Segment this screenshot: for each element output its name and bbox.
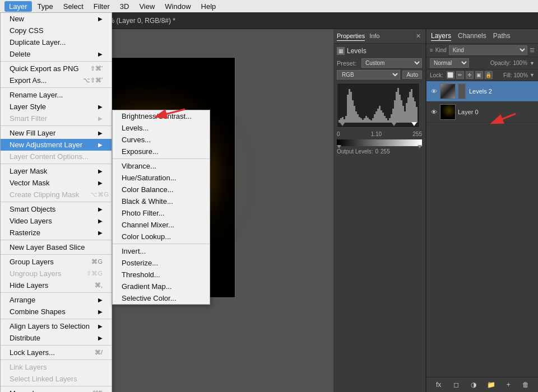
menu-arrange[interactable]: Arrange ▶ (1, 294, 112, 306)
main-area: New ▶ Copy CSS Duplicate Layer... Delete… (0, 29, 538, 392)
lock-artboard[interactable]: ▣ (475, 71, 483, 79)
menu-rasterize[interactable]: Rasterize ▶ (1, 227, 112, 239)
menu-copy-css[interactable]: Copy CSS (1, 25, 112, 36)
preset-select[interactable]: Custom (361, 58, 422, 68)
output-min: 0 (375, 148, 378, 155)
submenu-hue-saturation[interactable]: Hue/Saturation... (113, 172, 210, 184)
layer-mask-thumb-levels2 (458, 83, 466, 99)
submenu-channel-mixer[interactable]: Channel Mixer... (113, 219, 210, 231)
properties-close[interactable]: ✕ (415, 31, 422, 41)
blend-mode-select[interactable]: Normal (430, 58, 469, 68)
auto-button[interactable]: Auto (402, 71, 422, 79)
menu-new-adjustment-layer[interactable]: New Adjustment Layer ▶ (1, 139, 112, 151)
menu-clipping-mask: Create Clipping Mask ⌥⌘G (1, 189, 112, 200)
white-point-slider[interactable] (411, 122, 417, 126)
menubar-window[interactable]: Window (160, 1, 195, 12)
new-fill-adjustment-button[interactable]: ◑ (469, 380, 479, 390)
submenu-vibrance[interactable]: Vibrance... (113, 160, 210, 172)
divider-1 (1, 61, 112, 62)
menu-combine-shapes[interactable]: Combine Shapes ▶ (1, 306, 112, 318)
menu-new[interactable]: New ▶ (1, 13, 112, 25)
submenu-brightness-contrast[interactable]: Brightness/Contrast... (113, 110, 210, 122)
add-mask-button[interactable]: ◻ (451, 380, 461, 390)
layer-visibility-layer0[interactable]: 👁 (430, 108, 438, 116)
lock-position[interactable]: ✛ (466, 71, 474, 79)
submenu-color-balance[interactable]: Color Balance... (113, 184, 210, 195)
black-point-slider[interactable] (340, 122, 345, 126)
submenu-curves[interactable]: Curves... (113, 134, 210, 146)
opacity-arrow: ▼ (530, 60, 535, 66)
channel-select[interactable]: RGB Red Green Blue (337, 70, 400, 80)
submenu-exposure[interactable]: Exposure... (113, 146, 210, 157)
submenu-selective-color[interactable]: Selective Color... (113, 292, 210, 304)
menubar-3d[interactable]: 3D (115, 1, 134, 12)
menubar-layer[interactable]: Layer (4, 1, 32, 12)
menu-quick-export[interactable]: Quick Export as PNG ⇧⌘' (1, 63, 112, 74)
divider-2 (1, 87, 112, 88)
layer-item-layer0[interactable]: 👁 Layer 0 (426, 102, 538, 123)
menu-distribute[interactable]: Distribute ▶ (1, 332, 112, 344)
lock-transparent-pixels[interactable]: ⬜ (447, 71, 454, 79)
tab-layers[interactable]: Layers (431, 31, 451, 41)
menu-delete[interactable]: Delete ▶ (1, 48, 112, 60)
filter-icons: ☰ (530, 47, 535, 53)
submenu-color-lookup[interactable]: Color Lookup... (113, 231, 210, 242)
kind-filter-select[interactable]: Kind (449, 45, 527, 55)
levels-icon: ▦ (337, 47, 345, 55)
menu-export-as[interactable]: Export As... ⌥⇧⌘' (1, 74, 112, 86)
lock-all[interactable]: 🔒 (485, 71, 493, 79)
menu-new-fill-layer[interactable]: New Fill Layer ▶ (1, 127, 112, 139)
menu-smart-filter: Smart Filter ▶ (1, 113, 112, 124)
menu-layer-content-options: Layer Content Options... (1, 151, 112, 162)
menu-hide-layers[interactable]: Hide Layers ⌘, (1, 279, 112, 291)
midtone-slider[interactable] (391, 122, 397, 126)
menu-group-layers[interactable]: Group Layers ⌘G (1, 256, 112, 268)
submenu-posterize[interactable]: Posterize... (113, 257, 210, 269)
output-black-slider[interactable] (337, 145, 341, 148)
layer-item-levels2[interactable]: 👁 Levels 2 (426, 81, 538, 102)
menu-duplicate-layer[interactable]: Duplicate Layer... (1, 36, 112, 48)
tab-properties[interactable]: Properties (337, 31, 365, 41)
submenu-gradient-map[interactable]: Gradient Map... (113, 281, 210, 292)
menubar: Layer Type Select Filter 3D View Window … (0, 0, 538, 12)
add-fx-button[interactable]: fx (434, 380, 444, 390)
menubar-type[interactable]: Type (33, 1, 58, 12)
submenu-threshold[interactable]: Threshold... (113, 269, 210, 281)
menu-layer-style[interactable]: Layer Style ▶ (1, 101, 112, 113)
histogram-bars (337, 83, 419, 123)
menubar-help[interactable]: Help (197, 1, 221, 12)
new-group-button[interactable]: 📁 (486, 380, 496, 390)
divider-5 (1, 202, 112, 202)
layers-footer: fx ◻ ◑ 📁 + 🗑 (426, 377, 538, 392)
menu-align-layers[interactable]: Align Layers to Selection ▶ (1, 320, 112, 332)
lock-image-pixels[interactable]: ✏ (456, 71, 464, 79)
lock-label: Lock: (430, 72, 443, 78)
submenu-div-2 (113, 244, 210, 244)
new-layer-button[interactable]: + (503, 380, 513, 390)
menu-merge-layers[interactable]: Merge Layers ⌘E (1, 388, 112, 392)
menubar-view[interactable]: View (134, 1, 159, 12)
menu-smart-objects[interactable]: Smart Objects ▶ (1, 203, 112, 215)
menu-rename-layer[interactable]: Rename Layer... (1, 89, 112, 101)
menu-new-layer-based-slice[interactable]: New Layer Based Slice (1, 241, 112, 253)
menu-video-layers[interactable]: Video Layers ▶ (1, 215, 112, 227)
layer-dropdown-menu: New ▶ Copy CSS Duplicate Layer... Delete… (0, 12, 112, 392)
menubar-select[interactable]: Select (59, 1, 88, 12)
tab-info[interactable]: Info (369, 31, 379, 41)
submenu-invert[interactable]: Invert... (113, 245, 210, 257)
submenu-levels[interactable]: Levels... (113, 122, 210, 134)
opacity-value: 100% (513, 60, 528, 66)
submenu-black-white[interactable]: Black & White... (113, 195, 210, 207)
menu-lock-layers[interactable]: Lock Layers... ⌘/ (1, 347, 112, 358)
menu-layer-mask[interactable]: Layer Mask ▶ (1, 165, 112, 177)
menubar-filter[interactable]: Filter (89, 1, 114, 12)
menu-vector-mask[interactable]: Vector Mask ▶ (1, 177, 112, 189)
output-white-slider[interactable] (418, 145, 422, 148)
tab-paths[interactable]: Paths (493, 31, 511, 41)
layer-visibility-levels2[interactable]: 👁 (430, 87, 438, 95)
tab-channels[interactable]: Channels (458, 31, 486, 41)
output-max: 255 (381, 148, 390, 155)
submenu-photo-filter[interactable]: Photo Filter... (113, 207, 210, 219)
delete-layer-button[interactable]: 🗑 (521, 380, 531, 390)
preset-label: Preset: (337, 60, 359, 67)
